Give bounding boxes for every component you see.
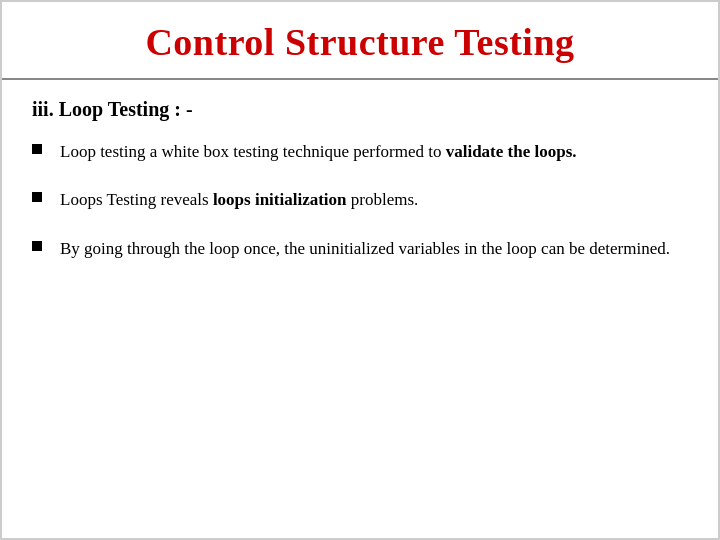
list-item: By going through the loop once, the unin… (32, 236, 688, 262)
bullet-text-3: By going through the loop once, the unin… (60, 236, 670, 262)
slide-content: iii. Loop Testing : - Loop testing a whi… (2, 80, 718, 538)
list-item: Loops Testing reveals loops initializati… (32, 187, 688, 213)
section-heading: iii. Loop Testing : - (32, 98, 688, 121)
bullet-text-2: Loops Testing reveals loops initializati… (60, 187, 418, 213)
bullet-icon (32, 241, 42, 251)
bullet-text-1: Loop testing a white box testing techniq… (60, 139, 577, 165)
bullet-icon (32, 144, 42, 154)
slide-title: Control Structure Testing (145, 21, 574, 63)
bold-text: loops initialization (213, 190, 347, 209)
slide-container: Control Structure Testing iii. Loop Test… (0, 0, 720, 540)
bullet-icon (32, 192, 42, 202)
list-item: Loop testing a white box testing techniq… (32, 139, 688, 165)
bold-text: validate the loops. (446, 142, 577, 161)
slide-header: Control Structure Testing (2, 2, 718, 80)
